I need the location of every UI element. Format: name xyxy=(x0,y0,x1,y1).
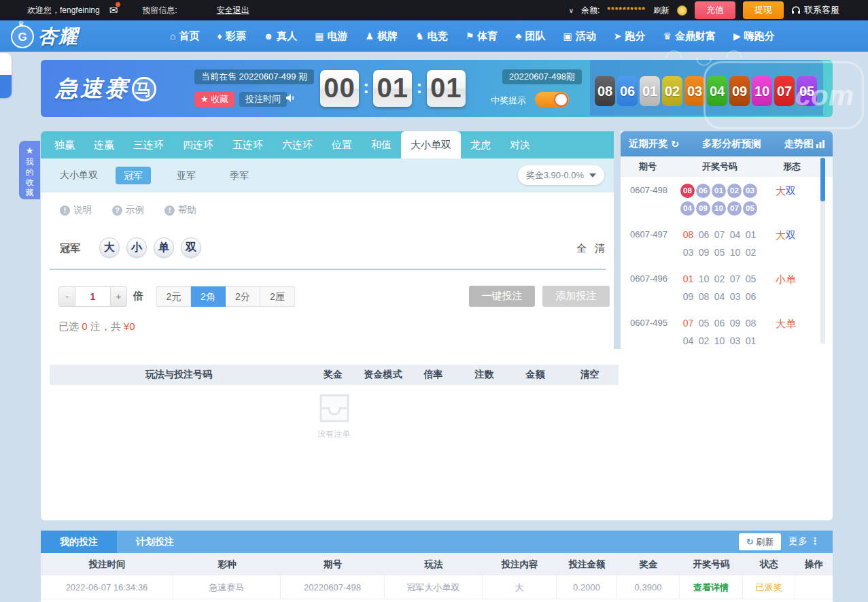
play-tab-龙虎[interactable]: 龙虎 xyxy=(461,131,500,158)
result-number: 05 xyxy=(696,318,712,329)
play-tab-三连环[interactable]: 三连环 xyxy=(124,131,173,158)
add-bet-button[interactable]: 添加投注 xyxy=(542,286,610,307)
recent-tab-2[interactable]: 多彩分析预测 xyxy=(702,137,761,150)
more-button[interactable]: 更多 ⋮ xyxy=(788,535,820,548)
my-bets-tab-我的投注[interactable]: 我的投注 xyxy=(41,531,117,553)
result-pattern: 大单 xyxy=(776,318,796,331)
play-tab-对决[interactable]: 对决 xyxy=(500,131,540,158)
paofen-car-icon: ➤ xyxy=(614,31,622,41)
pick-options: 大小单双 xyxy=(99,237,201,258)
recent-results-list: 0607-49808060102030409100705大双0607-49708… xyxy=(621,177,820,354)
nav-item-5[interactable]: ♟棋牌 xyxy=(366,30,398,43)
play-tab-和值[interactable]: 和值 xyxy=(362,131,401,158)
withdraw-button[interactable]: 提现 xyxy=(743,1,784,19)
speaker-icon[interactable] xyxy=(285,93,296,105)
brand-name: 杏耀 xyxy=(38,24,79,50)
position-pill-亚军[interactable]: 亚军 xyxy=(169,167,204,184)
panel-gap xyxy=(614,131,621,349)
nav-item-3[interactable]: ☻真人 xyxy=(264,30,298,43)
play-tab-独赢[interactable]: 独赢 xyxy=(45,131,84,158)
position-pill-冠军[interactable]: 冠军 xyxy=(116,167,151,184)
nav-item-1[interactable]: ⌂首页 xyxy=(170,30,199,43)
balance-refresh-link[interactable]: 刷新 xyxy=(653,5,670,16)
my-favorites-tab[interactable]: ★ 我的收藏 xyxy=(19,141,40,199)
recent-result-row: 0607-49601100207050908040306小单 xyxy=(621,265,820,310)
result-numbers-line1: 0806010203 xyxy=(680,182,820,199)
my-bets-tab-计划投注[interactable]: 计划投注 xyxy=(117,531,193,553)
play-tab-五连环[interactable]: 五连环 xyxy=(223,131,273,158)
nav-item-12[interactable]: ▶嗨跑分 xyxy=(733,30,775,43)
logout-link[interactable]: 安全退出 xyxy=(217,5,249,16)
favorite-button[interactable]: ★ 收藏 xyxy=(194,92,235,107)
pick-option-小[interactable]: 小 xyxy=(126,237,147,258)
toggle-knob xyxy=(554,93,568,107)
stepper-minus-button[interactable]: - xyxy=(58,286,75,307)
one-key-bet-button[interactable]: 一键投注 xyxy=(469,286,535,307)
odds-dropdown[interactable]: 奖金3.90-0.0% xyxy=(518,165,604,185)
floating-widget-bottom xyxy=(0,75,12,98)
recharge-button[interactable]: 充值 xyxy=(695,1,735,19)
recent-result-row: 0607-49708060704010309051002大双 xyxy=(621,221,820,265)
nav-item-8[interactable]: ♣团队 xyxy=(515,30,545,43)
recent-panel-tabs: 近期开奖 ↻多彩分析预测走势图 xyxy=(621,131,833,156)
nav-item-6[interactable]: ♞电竞 xyxy=(415,30,448,43)
coin-icon[interactable] xyxy=(677,5,687,16)
play-tab-四连环[interactable]: 四连环 xyxy=(173,131,223,158)
recent-tab-3[interactable]: 走势图 xyxy=(784,137,825,150)
play-tab-大小单双[interactable]: 大小单双 xyxy=(401,131,461,158)
win-tip-toggle[interactable] xyxy=(535,92,569,107)
result-number: 09 xyxy=(680,291,696,302)
refresh-icon: ↻ xyxy=(671,139,679,150)
position-pill-季军[interactable]: 季军 xyxy=(222,167,257,184)
clear-button[interactable]: 清 xyxy=(595,242,605,255)
envelope-icon[interactable]: ✉ xyxy=(109,4,118,16)
unit-button-2元[interactable]: 2元 xyxy=(156,286,191,307)
pick-option-单[interactable]: 单 xyxy=(154,237,174,258)
chevron-down-icon xyxy=(589,173,596,178)
unit-button-2角[interactable]: 2角 xyxy=(191,286,226,307)
slip-col-1: 玩法与投注号码 xyxy=(50,369,308,381)
result-ball: 06 xyxy=(696,184,710,198)
unit-button-2厘[interactable]: 2厘 xyxy=(260,286,295,307)
clock-digits-ss: 01 xyxy=(427,70,466,107)
help-link-帮助[interactable]: !帮助 xyxy=(164,204,196,216)
play-tab-连赢[interactable]: 连赢 xyxy=(84,131,124,158)
pick-option-大[interactable]: 大 xyxy=(99,237,120,258)
scrollbar-thumb[interactable] xyxy=(820,158,825,201)
view-details-link[interactable]: 查看详情 xyxy=(693,582,729,592)
help-label: 说明 xyxy=(73,204,92,216)
recent-tab-1[interactable]: 近期开奖 ↻ xyxy=(629,137,679,150)
pattern-char: 大 xyxy=(776,229,786,241)
nav-item-2[interactable]: ♦彩票 xyxy=(217,30,245,43)
nav-item-9[interactable]: ▣活动 xyxy=(563,30,595,43)
floating-widget-partial[interactable] xyxy=(0,53,12,98)
help-links: !说明?示例!帮助 xyxy=(60,204,196,216)
nav-item-7[interactable]: ⚑体育 xyxy=(466,30,498,43)
scrollbar-track xyxy=(820,156,825,344)
select-all-button[interactable]: 全 xyxy=(576,242,587,255)
contact-support-link[interactable]: 联系客服 xyxy=(791,4,839,16)
esports-icon: ♞ xyxy=(415,31,424,41)
pattern-char: 单 xyxy=(786,318,796,329)
bet-time-button[interactable]: 投注时间 xyxy=(239,92,287,107)
help-link-示例[interactable]: ?示例 xyxy=(112,204,144,216)
multiplier-input[interactable] xyxy=(75,286,110,307)
recent-result-row: 0607-49507050609080402100301大单 xyxy=(621,310,820,354)
help-link-说明[interactable]: !说明 xyxy=(60,204,92,216)
unit-button-2分[interactable]: 2分 xyxy=(226,286,260,307)
countdown-clock: 00:01:01 xyxy=(316,70,470,107)
brand-logo[interactable]: ♛ G 杏耀 xyxy=(11,24,79,50)
stepper-plus-button[interactable]: + xyxy=(110,286,127,307)
nav-item-10[interactable]: ➤跑分 xyxy=(614,30,646,43)
pick-option-双[interactable]: 双 xyxy=(181,237,201,258)
play-tab-位置[interactable]: 位置 xyxy=(322,131,362,158)
result-numbers-line1: 0110020705 xyxy=(680,270,820,288)
bets-cell-2: 急速赛马 xyxy=(173,575,281,599)
my-bets-refresh-button[interactable]: ↻ 刷新 xyxy=(739,533,781,550)
empty-inbox-icon xyxy=(317,393,352,423)
nav-item-4[interactable]: ▦电游 xyxy=(315,30,347,43)
play-tab-六连环[interactable]: 六连环 xyxy=(273,131,322,158)
result-pattern: 小单 xyxy=(776,273,796,286)
balance-caret-icon[interactable]: ∨ xyxy=(569,7,574,14)
nav-item-11[interactable]: ♛金鼎财富 xyxy=(663,30,716,43)
